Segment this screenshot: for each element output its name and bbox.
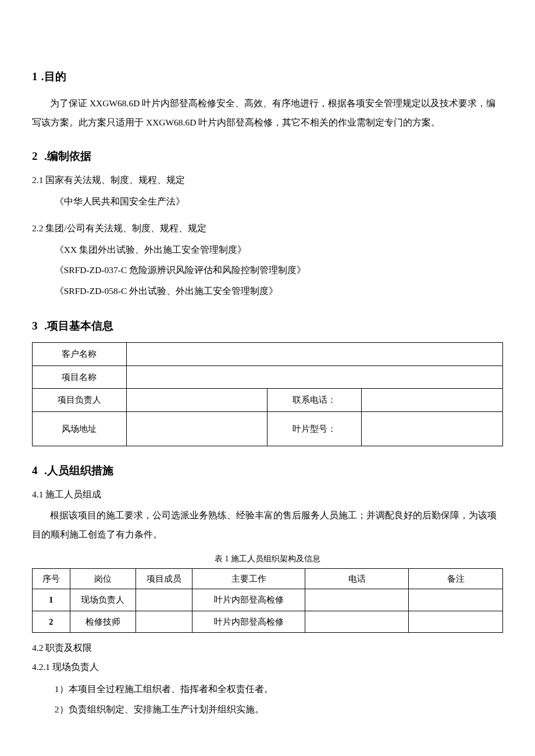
col-phone: 电话 bbox=[305, 568, 409, 589]
info-row-leader: 项目负责人 联系电话： bbox=[33, 389, 503, 412]
section-3-heading: 3 .项目基本信息 bbox=[32, 318, 503, 335]
sub-4-2-1: 4.2.1 现场负责人 bbox=[32, 660, 503, 673]
staff-table: 序号 岗位 项目成员 主要工作 电话 备注 1 现场负责人 叶片内部登高检修 2… bbox=[32, 568, 503, 633]
col-note: 备注 bbox=[409, 568, 503, 589]
col-seq: 序号 bbox=[33, 568, 70, 589]
cell-note-2 bbox=[409, 611, 503, 633]
para-4-1: 根据该项目的施工要求，公司选派业务熟练、经验丰富的售后服务人员施工；并调配良好的… bbox=[32, 506, 503, 544]
ref-2-2-b: 《SRFD-ZD-037-C 危险源辨识风险评估和风险控制管理制度》 bbox=[55, 260, 503, 281]
label-addr: 风场地址 bbox=[33, 411, 127, 446]
staff-header-row: 序号 岗位 项目成员 主要工作 电话 备注 bbox=[33, 568, 503, 589]
duty-2: 2）负责组织制定、安排施工生产计划并组织实施。 bbox=[55, 699, 503, 720]
ref-2-2-a: 《XX 集团外出试验、外出施工安全管理制度》 bbox=[55, 239, 503, 260]
value-leader bbox=[126, 389, 268, 412]
cell-phone-1 bbox=[305, 589, 409, 611]
cell-work-1: 叶片内部登高检修 bbox=[192, 589, 305, 611]
section-1-title: .目的 bbox=[41, 70, 66, 83]
label-model: 叶片型号： bbox=[268, 411, 362, 446]
label-project: 项目名称 bbox=[33, 366, 127, 389]
section-2-title: .编制依据 bbox=[41, 150, 92, 162]
section-3-num: 3 bbox=[32, 320, 38, 332]
section-4-heading: 4 .人员组织措施 bbox=[32, 463, 503, 479]
ref-2-2-c: 《SRFD-ZD-058-C 外出试验、外出施工安全管理制度》 bbox=[55, 281, 503, 302]
duty-1: 1）本项目全过程施工组织者、指挥者和全权责任者。 bbox=[55, 679, 503, 700]
section-1-paragraph: 为了保证 XXGW68.6D 叶片内部登高检修安全、高效、有序地进行，根据各项安… bbox=[32, 94, 503, 132]
col-member: 项目成员 bbox=[135, 568, 192, 589]
cell-work-2: 叶片内部登高检修 bbox=[192, 611, 305, 633]
cell-post-1: 现场负责人 bbox=[70, 589, 135, 611]
col-work: 主要工作 bbox=[192, 568, 305, 589]
sub-4-2: 4.2 职责及权限 bbox=[32, 641, 503, 654]
col-post: 岗位 bbox=[70, 568, 135, 589]
section-4-num: 4 bbox=[32, 464, 38, 476]
section-4-title: .人员组织措施 bbox=[41, 464, 114, 476]
section-3-title: .项目基本信息 bbox=[41, 320, 114, 332]
sub-4-1: 4.1 施工人员组成 bbox=[32, 488, 503, 501]
info-row-customer: 客户名称 bbox=[33, 343, 503, 366]
cell-member-2 bbox=[135, 611, 192, 633]
cell-phone-2 bbox=[305, 611, 409, 633]
section-1-heading: 1.目的 bbox=[32, 69, 503, 85]
ref-2-1-a: 《中华人民共和国安全生产法》 bbox=[55, 191, 503, 212]
info-row-project: 项目名称 bbox=[33, 366, 503, 389]
label-phone: 联系电话： bbox=[268, 389, 362, 412]
section-1-num: 1 bbox=[32, 70, 38, 83]
sub-2-2: 2.2 集团/公司有关法规、制度、规程、规定 bbox=[32, 221, 503, 235]
label-customer: 客户名称 bbox=[33, 343, 127, 366]
staff-row-2: 2 检修技师 叶片内部登高检修 bbox=[33, 611, 503, 633]
value-model bbox=[362, 411, 503, 446]
section-2-num: 2 bbox=[32, 150, 38, 162]
cell-note-1 bbox=[409, 589, 503, 611]
cell-seq-2: 2 bbox=[33, 611, 70, 633]
sub-2-1: 2.1 国家有关法规、制度、规程、规定 bbox=[32, 173, 503, 187]
info-row-addr: 风场地址 叶片型号： bbox=[33, 411, 503, 446]
cell-seq-1: 1 bbox=[33, 589, 70, 611]
cell-member-1 bbox=[135, 589, 192, 611]
value-project bbox=[126, 366, 502, 389]
project-info-table: 客户名称 项目名称 项目负责人 联系电话： 风场地址 叶片型号： bbox=[32, 342, 503, 446]
section-2-heading: 2 .编制依据 bbox=[32, 148, 503, 165]
label-leader: 项目负责人 bbox=[33, 389, 127, 412]
table-1-caption: 表 1 施工人员组织架构及信息 bbox=[32, 553, 503, 565]
value-addr bbox=[126, 411, 268, 446]
cell-post-2: 检修技师 bbox=[70, 611, 135, 633]
staff-row-1: 1 现场负责人 叶片内部登高检修 bbox=[33, 589, 503, 611]
value-phone bbox=[362, 389, 503, 412]
value-customer bbox=[126, 343, 502, 366]
